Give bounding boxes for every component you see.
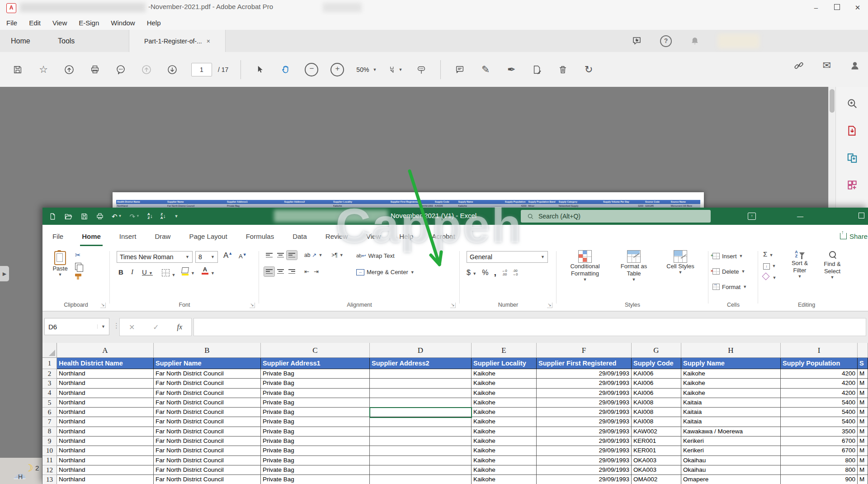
cell[interactable]: Private Bag [261,417,370,427]
hand-tool-icon[interactable] [279,62,292,77]
insert-function-icon[interactable]: fx [177,323,183,331]
autosum-button[interactable]: Σ ▼ [763,250,776,258]
cell-styles-button[interactable]: Cell Styles ▼ [660,250,701,275]
cell[interactable]: KER001 [632,446,681,456]
column-header-G[interactable]: G [632,343,681,358]
cell[interactable]: Far North District Council [154,389,261,398]
column-header-A[interactable]: A [57,343,154,358]
cell[interactable]: Private Bag [261,408,370,417]
cell[interactable]: Northland [57,417,154,427]
cell[interactable]: Far North District Council [154,408,261,417]
cell[interactable]: Kaikohe [472,408,537,417]
search-box[interactable]: Search (Alt+Q) [521,210,711,223]
cell[interactable]: Northland [57,389,154,398]
ribbon-tab-page-layout[interactable]: Page Layout [189,233,227,240]
cell[interactable]: Far North District Council [154,398,261,408]
increase-decimal-button[interactable]: ←0.00 [502,269,507,276]
font-dialog-launcher[interactable]: ↘ [250,303,255,308]
cell[interactable]: Kaikohe [472,389,537,398]
cell[interactable]: KAI006 [632,369,681,379]
cloud-upload-icon[interactable] [62,62,76,77]
cell[interactable]: 29/09/1993 [537,456,632,465]
ribbon-tab-home[interactable]: Home [82,233,101,240]
cell[interactable]: Private Bag [261,465,370,475]
cell[interactable]: 6700 [781,437,858,446]
sort-filter-button[interactable]: AZ Sort & Filter ▼ [785,250,815,279]
cell[interactable] [370,369,472,379]
cell[interactable]: 5400 [781,398,858,408]
cell[interactable]: Far North District Council [154,379,261,388]
cell[interactable]: Far North District Council [154,465,261,475]
share-button[interactable]: Share [840,229,868,243]
cell[interactable]: Northland [57,369,154,379]
tab-document[interactable]: Part-1-Register-of-... × [129,30,226,52]
cell[interactable]: Kaikohe [472,417,537,427]
cell[interactable]: 5400 [781,417,858,427]
cell[interactable]: Kaitaia [681,417,781,427]
cell[interactable]: 29/09/1993 [537,379,632,388]
excel-minimize-button[interactable]: — [791,208,810,225]
excel-restore-button[interactable] [852,208,868,225]
format-cells-button[interactable]: ↔Format▼ [712,281,747,293]
cell[interactable]: 5400 [781,408,858,417]
cell[interactable]: 4200 [781,369,858,379]
cell[interactable] [370,465,472,475]
format-as-table-button[interactable]: Format as Table ▼ [612,250,656,282]
cell[interactable]: KAI006 [632,379,681,388]
highlight-icon[interactable]: ✎ [479,62,492,77]
marquee-zoom-icon[interactable] [845,97,859,110]
font-size-select[interactable]: 8▼ [195,251,218,263]
close-button[interactable]: ✕ [847,0,868,15]
cell[interactable]: Private Bag [261,389,370,398]
cell[interactable]: 29/09/1993 [537,417,632,427]
save-icon[interactable] [11,62,24,77]
cell[interactable]: Far North District Council [154,437,261,446]
cell[interactable] [370,446,472,456]
cell[interactable]: Private Bag [261,369,370,379]
cell[interactable]: Okaihau [681,456,781,465]
delete-trash-icon[interactable] [556,62,570,77]
cell[interactable]: Kaikohe [472,475,537,484]
cell[interactable]: KER001 [632,437,681,446]
row-header-10[interactable]: 10 [42,446,57,456]
page-number-input[interactable]: 1 [191,63,212,76]
cell[interactable]: Private Bag [261,398,370,408]
next-page-icon[interactable] [165,62,179,77]
cell[interactable]: 900 [781,475,858,484]
cell[interactable]: Northland [57,427,154,437]
user-avatar-icon[interactable] [848,58,862,73]
cell[interactable]: OMA002 [632,475,681,484]
link-icon[interactable] [792,58,806,73]
select-all-corner[interactable] [42,343,57,358]
cell[interactable]: Kaikohe [472,456,537,465]
cell[interactable]: 29/09/1993 [537,408,632,417]
organize-pages-icon[interactable] [845,178,859,192]
row-header-13[interactable]: 13 [42,475,57,484]
cell[interactable]: 29/09/1993 [537,369,632,379]
cell[interactable]: KAI008 [632,398,681,408]
tab-home[interactable]: Home [11,30,30,52]
menu-view[interactable]: View [52,19,67,27]
undo-icon[interactable]: ↶▼ [112,213,122,220]
cell[interactable]: Northland [57,408,154,417]
cell[interactable] [370,427,472,437]
align-right-button[interactable] [287,267,297,276]
create-pdf-icon[interactable] [845,151,859,165]
borders-button[interactable]: ▼ [162,269,175,278]
row-header-11[interactable]: 11 [42,456,57,465]
row-header-8[interactable]: 8 [42,427,57,437]
menu-window[interactable]: Window [111,19,135,27]
row-header-5[interactable]: 5 [42,398,57,408]
insert-cells-button[interactable]: +Insert▼ [712,250,743,262]
cell[interactable]: KAI006 [632,389,681,398]
column-header-D[interactable]: D [370,343,472,358]
cell[interactable]: Kaikohe [681,389,781,398]
ribbon-tab-draw[interactable]: Draw [155,233,170,240]
save-icon[interactable] [80,213,88,220]
row-header-12[interactable]: 12 [42,465,57,475]
cell[interactable]: Kaikohe [472,398,537,408]
previous-page-icon[interactable] [140,62,153,77]
new-file-icon[interactable] [49,212,57,221]
customize-qat-icon[interactable]: ▼ [174,214,179,218]
cell[interactable]: Kaikohe [472,465,537,475]
